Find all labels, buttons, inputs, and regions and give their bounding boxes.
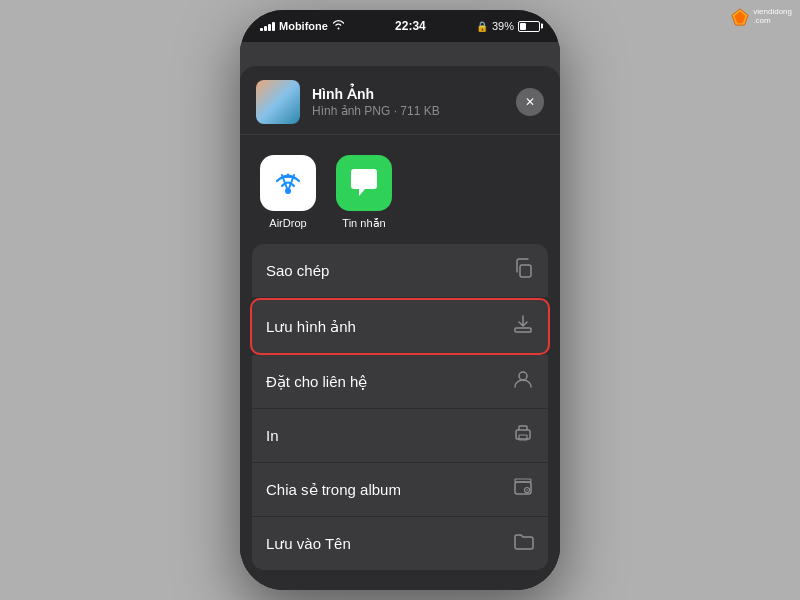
signal-bars: [260, 21, 275, 31]
airdrop-label: AirDrop: [269, 217, 306, 229]
messages-symbol: [347, 166, 381, 200]
airdrop-app[interactable]: AirDrop: [260, 155, 316, 230]
status-left: Mobifone: [260, 19, 345, 33]
airdrop-symbol: [270, 165, 306, 201]
share-sheet: Hình Ảnh Hình ảnh PNG · 711 KB: [240, 66, 560, 590]
copy-menu-item[interactable]: Sao chép: [252, 244, 548, 298]
save-image-label: Lưu hình ảnh: [266, 318, 356, 336]
svg-point-16: [526, 489, 528, 491]
watermark-text: viendidong .com: [753, 8, 792, 26]
share-info: Hình Ảnh Hình ảnh PNG · 711 KB: [312, 86, 504, 118]
share-thumbnail: [256, 80, 300, 124]
share-album-menu-item[interactable]: Chia sẻ trong album: [252, 463, 548, 517]
battery-percent: 39%: [492, 20, 514, 32]
svg-rect-9: [515, 328, 531, 332]
status-right: 🔒 39%: [476, 20, 540, 32]
share-subtitle: Hình ảnh PNG · 711 KB: [312, 104, 504, 118]
carrier-text: Mobifone: [279, 20, 328, 32]
phone-frame: Mobifone 22:34 🔒 39%: [240, 10, 560, 590]
svg-point-10: [519, 372, 527, 380]
copy-icon: [512, 257, 534, 284]
print-menu-item[interactable]: In: [252, 409, 548, 463]
save-image-icon: [512, 313, 534, 340]
assign-contact-icon: [512, 368, 534, 395]
save-to-menu-item[interactable]: Lưu vào Tên: [252, 517, 548, 570]
battery-icon: [518, 21, 540, 32]
status-time: 22:34: [395, 19, 426, 33]
svg-rect-8: [520, 265, 531, 277]
wifi-icon: [332, 19, 345, 33]
save-image-menu-item[interactable]: Lưu hình ảnh: [250, 298, 550, 355]
battery-fill: [520, 23, 526, 30]
status-bar: Mobifone 22:34 🔒 39%: [240, 10, 560, 42]
save-to-icon: [512, 530, 534, 557]
copy-label: Sao chép: [266, 262, 329, 279]
assign-contact-menu-item[interactable]: Đặt cho liên hệ: [252, 355, 548, 409]
close-button[interactable]: [516, 88, 544, 116]
save-to-label: Lưu vào Tên: [266, 535, 351, 553]
apps-row: AirDrop Tin nhắn: [240, 135, 560, 244]
share-header: Hình Ảnh Hình ảnh PNG · 711 KB: [240, 66, 560, 135]
lock-icon: 🔒: [476, 21, 488, 32]
svg-rect-14: [515, 479, 531, 482]
messages-label: Tin nhắn: [342, 217, 385, 230]
menu-items: Sao chép Lưu hình ảnh: [240, 244, 560, 590]
print-label: In: [266, 427, 279, 444]
airdrop-icon: [260, 155, 316, 211]
watermark-logo: [731, 8, 749, 26]
messages-app[interactable]: Tin nhắn: [336, 155, 392, 230]
messages-icon: [336, 155, 392, 211]
assign-contact-label: Đặt cho liên hệ: [266, 373, 367, 391]
share-album-icon: [512, 476, 534, 503]
screen-content: Hình Ảnh Hình ảnh PNG · 711 KB: [240, 42, 560, 590]
print-icon: [512, 422, 534, 449]
share-title: Hình Ảnh: [312, 86, 504, 102]
share-album-label: Chia sẻ trong album: [266, 481, 401, 499]
watermark: viendidong .com: [731, 8, 792, 26]
